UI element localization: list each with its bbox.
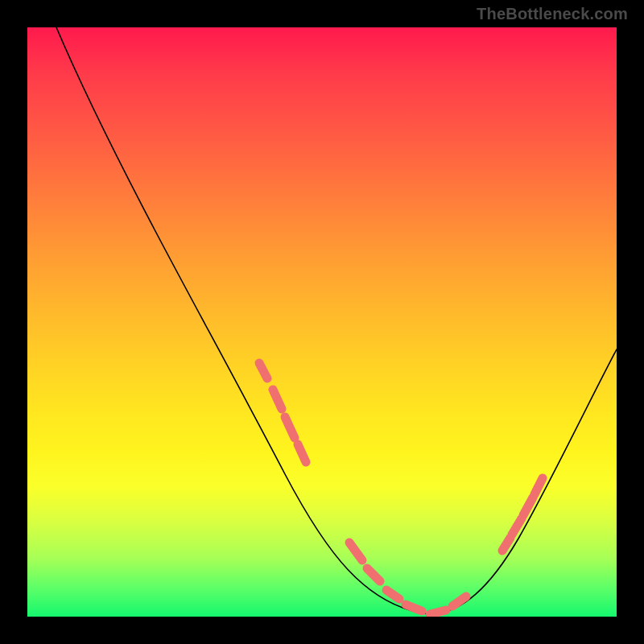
marker-bottom-3 — [386, 590, 399, 599]
marker-right-2 — [512, 518, 522, 535]
chart-svg — [27, 27, 617, 617]
marker-left-2 — [273, 390, 282, 409]
plot-area — [27, 27, 617, 617]
marker-right-3 — [523, 497, 533, 515]
marker-group — [259, 363, 543, 614]
marker-left-4 — [298, 444, 306, 462]
marker-bottom-2 — [367, 568, 380, 581]
marker-left-1 — [259, 363, 267, 378]
curve-group — [56, 27, 617, 614]
marker-bottom-5 — [430, 610, 446, 614]
marker-left-3 — [285, 417, 295, 438]
marker-bottom-6 — [452, 597, 466, 606]
bottleneck-curve — [56, 27, 617, 614]
marker-right-1 — [502, 538, 510, 551]
watermark-text: TheBottleneck.com — [477, 5, 628, 23]
marker-bottom-1 — [349, 543, 362, 560]
marker-right-4 — [535, 478, 543, 494]
marker-bottom-4 — [406, 605, 422, 611]
